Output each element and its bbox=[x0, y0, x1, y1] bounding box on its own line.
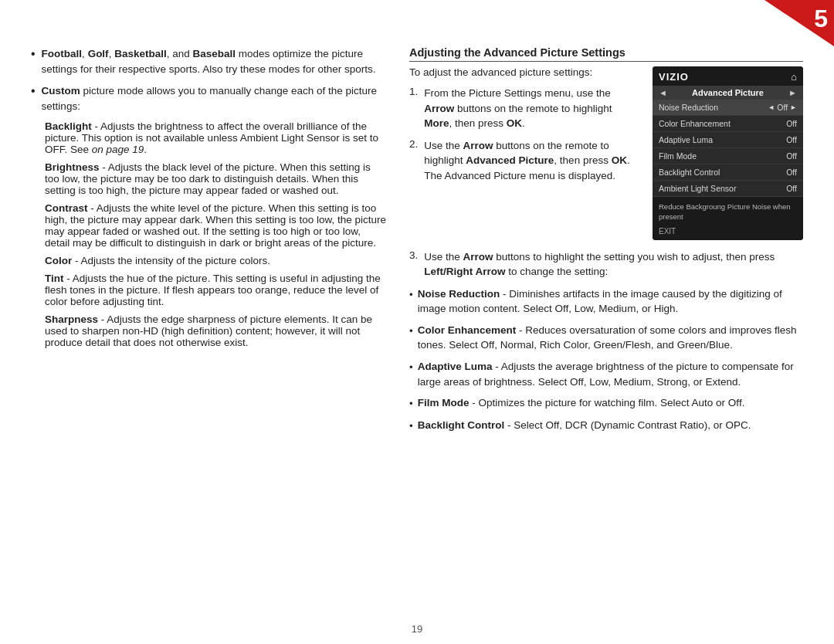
tv-menu-item-color-enhancement[interactable]: Color Enhancement Off bbox=[653, 116, 803, 132]
value-text: Off bbox=[777, 103, 788, 112]
feature-text: Backlight Control - Select Off, DCR (Dyn… bbox=[418, 418, 751, 434]
list-item: • Football, Golf, Basketball, and Baseba… bbox=[31, 46, 386, 76]
list-item: • Color Enhancement - Reduces oversatura… bbox=[409, 323, 803, 353]
sub-item-title: Color bbox=[45, 255, 72, 266]
intro-text: To adjust the advanced picture settings: bbox=[409, 66, 637, 78]
bold-text: Football bbox=[42, 48, 83, 59]
numbered-step-1: 1. From the Picture Settings menu, use t… bbox=[409, 86, 637, 131]
sub-item-text: - Adjusts the intensity of the picture c… bbox=[75, 255, 270, 266]
bold-text: Noise Reduction bbox=[418, 288, 500, 300]
arrow-right-icon: ► bbox=[788, 88, 797, 97]
right-top-area: To adjust the advanced picture settings:… bbox=[409, 66, 803, 240]
right-text-intro: To adjust the advanced picture settings:… bbox=[409, 66, 637, 240]
bold-text: Basketball bbox=[114, 48, 167, 59]
bullet-dot: • bbox=[31, 48, 36, 76]
tv-item-value: Off bbox=[786, 168, 797, 177]
feature-text: Adaptive Luma - Adjusts the average brig… bbox=[418, 359, 803, 389]
left-column: • Football, Golf, Basketball, and Baseba… bbox=[31, 46, 386, 613]
tv-footer-text: Reduce Backgroung Picture Noise when pre… bbox=[659, 202, 797, 222]
bold-text: Backlight Control bbox=[418, 419, 505, 431]
tv-item-label: Film Mode bbox=[659, 151, 697, 161]
feature-text: Noise Reduction - Diminishes artifacts i… bbox=[418, 286, 803, 317]
tv-menu-item-ambient-light[interactable]: Ambient Light Sensor Off bbox=[653, 181, 803, 197]
value-arrow-right: ► bbox=[790, 103, 797, 111]
list-item: • Backlight Control - Select Off, DCR (D… bbox=[409, 418, 803, 434]
tv-item-value: ◄ Off ► bbox=[768, 103, 797, 112]
bold-text: More bbox=[424, 117, 449, 129]
feature-text: Film Mode - Optimizes the picture for wa… bbox=[418, 395, 745, 412]
list-item: • Custom picture mode allows you to manu… bbox=[31, 83, 386, 114]
sub-item-title: Brightness bbox=[45, 161, 100, 173]
bold-text: Adaptive Luma bbox=[418, 361, 493, 372]
home-icon: ⌂ bbox=[791, 71, 797, 83]
bold-text: OK bbox=[612, 154, 627, 166]
tv-menu-item-noise-reduction[interactable]: Noise Reduction ◄ Off ► bbox=[653, 100, 803, 116]
feature-bullets: • Noise Reduction - Diminishes artifacts… bbox=[409, 286, 803, 434]
tv-exit-label: EXIT bbox=[659, 227, 797, 236]
tv-footer: Reduce Backgroung Picture Noise when pre… bbox=[653, 197, 803, 240]
tv-menu-bar: ◄ Advanced Picture ► bbox=[653, 86, 803, 100]
tv-menu-item-backlight-control[interactable]: Backlight Control Off bbox=[653, 164, 803, 181]
tv-item-label: Ambient Light Sensor bbox=[659, 184, 736, 193]
tv-menu-item-film-mode[interactable]: Film Mode Off bbox=[653, 148, 803, 164]
numbered-step-3: 3. Use the Arrow buttons to highlight th… bbox=[409, 249, 803, 280]
section-heading: Adjusting the Advanced Picture Settings bbox=[409, 46, 803, 62]
tv-item-value: Off bbox=[786, 119, 797, 128]
sub-item-sharpness: Sharpness - Adjusts the edge sharpness o… bbox=[45, 314, 386, 348]
step-number: 1. bbox=[409, 86, 418, 131]
step-text: Use the Arrow buttons on the remote to h… bbox=[424, 138, 637, 184]
bold-text: OK bbox=[507, 117, 522, 129]
sub-item-title: Contrast bbox=[45, 202, 88, 214]
tv-menu-items: Noise Reduction ◄ Off ► Color Enhancemen… bbox=[653, 100, 803, 197]
content-area: • Football, Golf, Basketball, and Baseba… bbox=[31, 46, 803, 613]
tv-header: VIZIO ⌂ bbox=[653, 66, 803, 86]
tv-item-value: Off bbox=[786, 135, 797, 144]
value-arrow-left: ◄ bbox=[768, 103, 775, 111]
sub-item-text: - Adjusts the white level of the picture… bbox=[45, 202, 386, 249]
bold-text: Golf bbox=[88, 48, 109, 59]
bold-text: Color Enhancement bbox=[418, 324, 517, 336]
bold-text: Arrow bbox=[463, 140, 493, 151]
tv-menu-item-adaptive-luma[interactable]: Adaptive Luma Off bbox=[653, 132, 803, 148]
tv-ui-mockup: VIZIO ⌂ ◄ Advanced Picture ► Noise Reduc… bbox=[653, 66, 803, 240]
tv-item-label: Backlight Control bbox=[659, 168, 720, 177]
sub-item-tint: Tint - Adjusts the hue of the picture. T… bbox=[45, 273, 386, 307]
sub-item-backlight: Backlight - Adjusts the brightness to af… bbox=[45, 120, 386, 155]
page-footer: 19 bbox=[0, 623, 834, 635]
tv-brand-logo: VIZIO bbox=[659, 71, 689, 83]
tv-menu-title: Advanced Picture bbox=[692, 88, 764, 97]
bullet-dot: • bbox=[409, 324, 413, 353]
sub-item-title: Backlight bbox=[45, 120, 92, 132]
bullet-dot: • bbox=[31, 85, 36, 114]
bold-text: Custom bbox=[42, 85, 80, 97]
bullet-dot: • bbox=[409, 360, 413, 389]
bold-text: Arrow bbox=[424, 103, 454, 114]
right-column: Adjusting the Advanced Picture Settings … bbox=[409, 46, 803, 613]
tv-item-value: Off bbox=[786, 151, 797, 161]
page-corner-decoration: 5 bbox=[764, 0, 834, 46]
bold-text: Film Mode bbox=[418, 397, 470, 408]
sub-item-period: . bbox=[144, 144, 147, 155]
bold-text: Left/Right Arrow bbox=[424, 266, 505, 277]
bullet-dot: • bbox=[409, 419, 413, 434]
step-text: Use the Arrow buttons to highlight the s… bbox=[424, 249, 803, 280]
list-item: • Noise Reduction - Diminishes artifacts… bbox=[409, 286, 803, 317]
bold-text: Advanced Picture bbox=[466, 154, 554, 166]
bold-text: Arrow bbox=[463, 251, 493, 263]
feature-text: Color Enhancement - Reduces oversaturati… bbox=[418, 323, 803, 353]
list-item: • Film Mode - Optimizes the picture for … bbox=[409, 395, 803, 412]
step-text: From the Picture Settings menu, use the … bbox=[424, 86, 637, 131]
sub-item-text: - Adjusts the hue of the picture. This s… bbox=[45, 273, 381, 307]
step-number: 2. bbox=[409, 138, 418, 184]
sub-item-italic: on page 19 bbox=[92, 144, 144, 155]
bullet-dot: • bbox=[409, 396, 413, 412]
step-number: 3. bbox=[409, 249, 418, 280]
sub-item-brightness: Brightness - Adjusts the black level of … bbox=[45, 161, 386, 196]
list-item: • Adaptive Luma - Adjusts the average br… bbox=[409, 359, 803, 389]
sub-item-title: Sharpness bbox=[45, 314, 98, 325]
sub-item-color: Color - Adjusts the intensity of the pic… bbox=[45, 255, 386, 266]
sub-item-contrast: Contrast - Adjusts the white level of th… bbox=[45, 202, 386, 249]
tv-item-label: Noise Reduction bbox=[659, 103, 718, 112]
sub-item-title: Tint bbox=[45, 273, 64, 284]
arrow-left-icon: ◄ bbox=[659, 88, 667, 97]
